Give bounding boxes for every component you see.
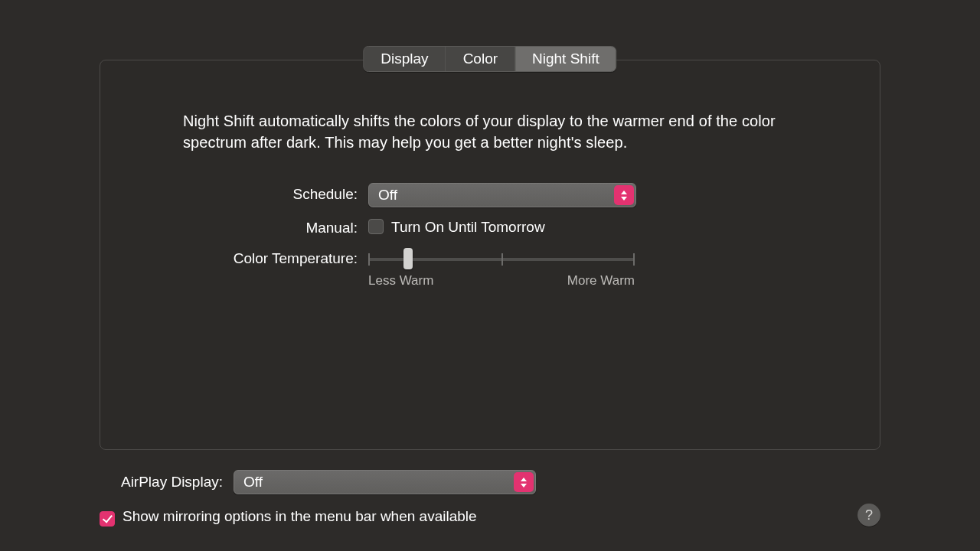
mirroring-label: Show mirroring options in the menu bar w…	[122, 508, 477, 525]
airplay-value: Off	[243, 474, 263, 491]
color-temperature-label: Color Temperature:	[100, 247, 368, 267]
manual-row: Manual: Turn On Until Tomorrow	[100, 217, 880, 236]
help-icon: ?	[865, 507, 873, 523]
display-preferences-window: Display Color Night Shift Night Shift au…	[0, 0, 980, 551]
airplay-row: AirPlay Display: Off	[100, 470, 880, 494]
color-temperature-row: Color Temperature: Less Warm More Warm	[100, 247, 880, 275]
airplay-label: AirPlay Display:	[100, 474, 234, 491]
updown-icon	[514, 472, 534, 492]
slider-min-label: Less Warm	[368, 273, 433, 289]
mirroring-row: Show mirroring options in the menu bar w…	[100, 508, 880, 525]
slider-tick-min	[368, 253, 370, 266]
slider-labels: Less Warm More Warm	[368, 273, 635, 289]
schedule-label: Schedule:	[100, 183, 368, 203]
schedule-popup[interactable]: Off	[368, 183, 636, 207]
updown-icon	[614, 185, 634, 205]
tab-display[interactable]: Display	[364, 47, 446, 71]
help-button[interactable]: ?	[858, 504, 880, 527]
slider-max-label: More Warm	[567, 273, 635, 289]
slider-tick-mid	[501, 253, 503, 266]
mirroring-checkbox[interactable]	[100, 511, 115, 527]
slider-tick-max	[633, 253, 635, 266]
schedule-row: Schedule: Off	[100, 183, 880, 207]
airplay-popup[interactable]: Off	[234, 470, 536, 494]
tab-night-shift[interactable]: Night Shift	[515, 47, 616, 71]
night-shift-description: Night Shift automatically shifts the col…	[183, 110, 797, 153]
night-shift-panel: Night Shift automatically shifts the col…	[100, 60, 880, 450]
tab-color[interactable]: Color	[446, 47, 515, 71]
manual-checkbox-label: Turn On Until Tomorrow	[391, 217, 545, 236]
display-tabbar: Display Color Night Shift	[363, 46, 616, 72]
manual-checkbox[interactable]	[368, 219, 384, 234]
manual-label: Manual:	[100, 217, 368, 236]
slider-thumb[interactable]	[403, 248, 413, 269]
schedule-value: Off	[378, 187, 397, 204]
color-temperature-slider[interactable]: Less Warm More Warm	[368, 247, 635, 275]
